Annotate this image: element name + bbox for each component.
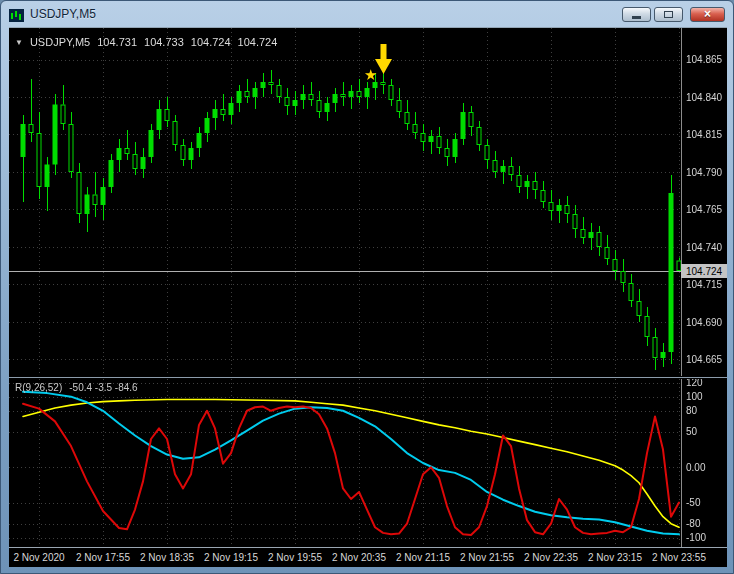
time-axis-label: 2 Nov 23:15 <box>588 552 642 563</box>
window-title: USDJPY,M5 <box>30 7 96 21</box>
time-axis-label: 2 Nov 22:35 <box>524 552 578 563</box>
mt4-window: USDJPY,M5 × ▼ USDJPY,M5 104.731 104.733 … <box>0 0 734 574</box>
bid-price-tag: 104.724 <box>681 264 727 278</box>
down-arrow-icon[interactable] <box>375 44 392 77</box>
time-axis-label: 2 Nov 17:55 <box>76 552 130 563</box>
time-axis[interactable]: 2 Nov 20202 Nov 17:552 Nov 18:352 Nov 19… <box>9 547 727 567</box>
time-axis-label: 2 Nov 23:55 <box>652 552 706 563</box>
maximize-icon <box>664 11 673 18</box>
main-chart-panel: ▼ USDJPY,M5 104.731 104.733 104.724 104.… <box>9 28 727 376</box>
close-button[interactable]: × <box>690 7 725 22</box>
window-controls: × <box>622 7 725 22</box>
close-icon: × <box>704 7 711 21</box>
star-icon[interactable]: ★ <box>364 67 377 82</box>
time-axis-label: 2 Nov 21:55 <box>460 552 514 563</box>
time-axis-label: 2 Nov 20:35 <box>332 552 386 563</box>
time-axis-label: 2 Nov 19:15 <box>204 552 258 563</box>
time-axis-label: 2 Nov 21:15 <box>396 552 450 563</box>
chart-window: ▼ USDJPY,M5 104.731 104.733 104.724 104.… <box>9 27 727 567</box>
chart-icon <box>9 8 24 21</box>
indicator-panel: R(9,26,52) -50.4 -3.5 -84.6 <box>9 379 727 547</box>
minimize-icon <box>632 16 641 19</box>
minimize-button[interactable] <box>622 7 651 22</box>
indicator-canvas[interactable] <box>9 379 727 547</box>
time-axis-label: 2 Nov 18:35 <box>140 552 194 563</box>
maximize-button[interactable] <box>654 7 683 22</box>
time-axis-label: 2 Nov 19:55 <box>268 552 322 563</box>
titlebar[interactable]: USDJPY,M5 × <box>1 1 733 27</box>
time-axis-label: 2 Nov 2020 <box>13 552 64 563</box>
